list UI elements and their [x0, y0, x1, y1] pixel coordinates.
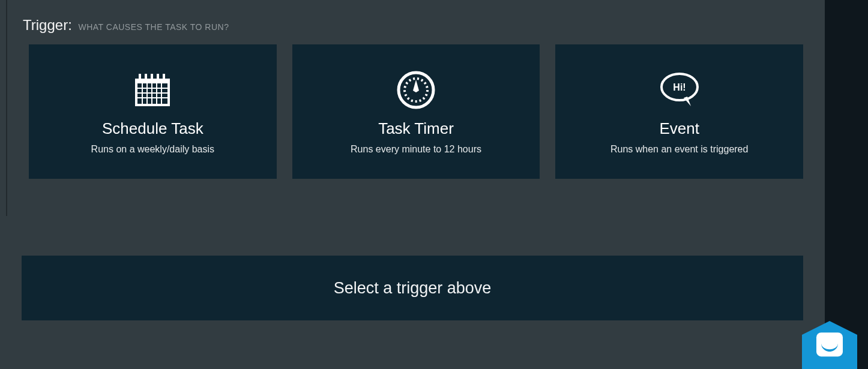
right-background-strip: [825, 0, 868, 369]
card-desc: Runs when an event is triggered: [610, 144, 748, 155]
card-event[interactable]: Hi! Event Runs when an event is triggere…: [555, 44, 803, 179]
trigger-cards: Schedule Task Runs on a weekly/daily bas…: [7, 44, 825, 179]
section-subtitle: WHAT CAUSES THE TASK TO RUN?: [78, 22, 229, 32]
chat-smile-icon: [816, 332, 843, 356]
info-bar-text: Select a trigger above: [334, 279, 492, 298]
stopwatch-icon: [396, 69, 436, 111]
calendar-icon: [131, 69, 173, 111]
card-task-timer[interactable]: Task Timer Runs every minute to 12 hours: [292, 44, 540, 179]
section-title: Trigger:: [23, 17, 72, 33]
section-header: Trigger: WHAT CAUSES THE TASK TO RUN?: [7, 0, 825, 44]
svg-text:Hi!: Hi!: [673, 82, 686, 92]
svg-point-18: [414, 88, 418, 92]
card-title: Task Timer: [378, 119, 454, 138]
card-title: Schedule Task: [102, 119, 203, 138]
page-root: Trigger: WHAT CAUSES THE TASK TO RUN?: [0, 0, 868, 369]
info-bar: Select a trigger above: [22, 256, 803, 320]
speech-bubble-hi-icon: Hi!: [656, 69, 703, 111]
trigger-panel-inner: Trigger: WHAT CAUSES THE TASK TO RUN?: [6, 0, 825, 216]
card-desc: Runs on a weekly/daily basis: [91, 144, 214, 155]
chat-widget-hexagon: [802, 321, 857, 369]
card-schedule-task[interactable]: Schedule Task Runs on a weekly/daily bas…: [29, 44, 277, 179]
card-desc: Runs every minute to 12 hours: [351, 144, 481, 155]
chat-widget[interactable]: [801, 316, 858, 369]
trigger-panel: Trigger: WHAT CAUSES THE TASK TO RUN?: [0, 0, 825, 369]
card-title: Event: [659, 119, 699, 138]
